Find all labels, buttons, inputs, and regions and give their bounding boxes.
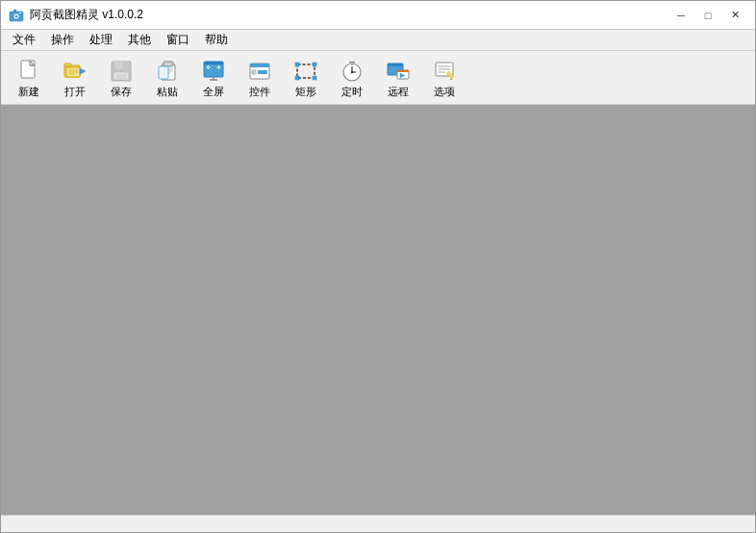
status-bar xyxy=(1,515,755,532)
remote-icon xyxy=(385,58,412,85)
fullscreen-button[interactable]: 全屏 xyxy=(191,56,236,100)
menu-help[interactable]: 帮助 xyxy=(197,31,236,50)
timer-icon xyxy=(339,58,365,85)
svg-rect-27 xyxy=(204,62,223,64)
minimize-button[interactable]: ─ xyxy=(668,6,693,25)
window-title: 阿贡截图精灵 v1.0.0.2 xyxy=(30,7,143,23)
close-button[interactable]: ✕ xyxy=(722,6,747,25)
save-label: 保存 xyxy=(111,87,132,97)
svg-rect-33 xyxy=(250,63,269,67)
menu-operate[interactable]: 操作 xyxy=(43,31,82,50)
svg-rect-42 xyxy=(313,76,316,80)
svg-rect-17 xyxy=(122,63,124,68)
open-button[interactable]: 打开 xyxy=(53,56,97,100)
paste-label: 粘贴 xyxy=(157,87,178,97)
title-bar-left: 阿贡截图精灵 v1.0.0.2 xyxy=(9,7,143,23)
title-bar: 阿贡截图精灵 v1.0.0.2 ─ □ ✕ xyxy=(1,1,755,30)
svg-rect-3 xyxy=(13,10,16,12)
canvas-area xyxy=(1,105,755,515)
title-bar-controls: ─ □ ✕ xyxy=(668,6,747,25)
timer-button[interactable]: 定时 xyxy=(330,56,374,100)
rect-icon xyxy=(292,58,319,85)
open-label: 打开 xyxy=(64,87,86,97)
control-icon xyxy=(246,58,273,85)
save-icon xyxy=(108,58,135,85)
svg-rect-21 xyxy=(164,62,173,66)
open-icon xyxy=(62,58,88,85)
menu-window[interactable]: 窗口 xyxy=(159,31,197,50)
svg-rect-41 xyxy=(295,76,299,80)
fullscreen-icon xyxy=(200,58,227,85)
timer-label: 定时 xyxy=(341,87,363,97)
options-button[interactable]: 选项 xyxy=(422,56,466,100)
svg-rect-52 xyxy=(397,70,409,72)
svg-point-48 xyxy=(351,71,353,73)
svg-rect-9 xyxy=(64,63,71,66)
svg-rect-4 xyxy=(19,13,21,13)
svg-rect-50 xyxy=(388,63,403,66)
svg-rect-40 xyxy=(313,63,316,66)
paste-icon xyxy=(154,58,181,85)
svg-rect-25 xyxy=(159,66,168,79)
toolbar: 新建 打开 xyxy=(1,51,755,105)
remote-label: 远程 xyxy=(388,87,409,97)
paste-button[interactable]: 粘贴 xyxy=(145,56,189,100)
new-label: 新建 xyxy=(18,87,39,97)
svg-rect-38 xyxy=(297,64,315,78)
control-label: 控件 xyxy=(249,87,270,97)
svg-rect-37 xyxy=(258,70,267,74)
menu-process[interactable]: 处理 xyxy=(82,31,120,50)
rect-button[interactable]: 矩形 xyxy=(284,56,328,100)
save-button[interactable]: 保存 xyxy=(99,56,143,100)
options-label: 选项 xyxy=(434,87,455,97)
svg-rect-19 xyxy=(116,74,126,79)
new-file-icon xyxy=(15,58,42,85)
maximize-button[interactable]: □ xyxy=(695,6,720,25)
rect-label: 矩形 xyxy=(295,87,316,97)
svg-marker-14 xyxy=(80,68,86,74)
menu-bar: 文件 操作 处理 其他 窗口 帮助 xyxy=(1,30,755,51)
main-window: 阿贡截图精灵 v1.0.0.2 ─ □ ✕ 文件 操作 处理 其他 窗口 帮助 xyxy=(0,0,756,533)
menu-file[interactable]: 文件 xyxy=(5,31,43,50)
options-icon xyxy=(431,58,458,85)
remote-button[interactable]: 远程 xyxy=(376,56,420,100)
app-icon xyxy=(9,8,24,23)
new-button[interactable]: 新建 xyxy=(7,56,51,100)
fullscreen-label: 全屏 xyxy=(203,87,224,97)
svg-rect-39 xyxy=(295,63,299,66)
control-button[interactable]: 控件 xyxy=(238,56,282,100)
svg-point-2 xyxy=(15,14,18,17)
menu-other[interactable]: 其他 xyxy=(120,31,159,50)
